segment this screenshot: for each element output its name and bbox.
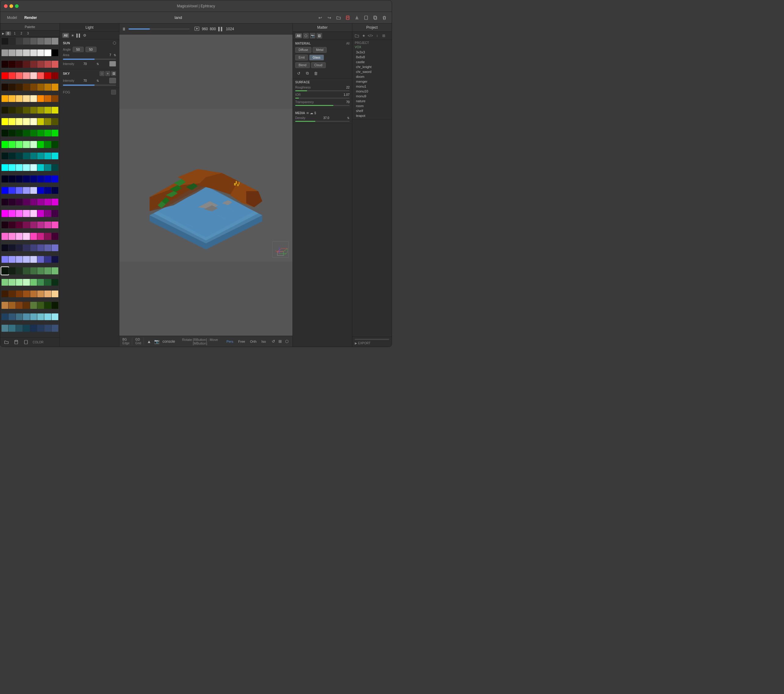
color-swatch[interactable] (37, 72, 44, 79)
media-icon-1[interactable]: ≋ (306, 111, 309, 115)
color-swatch[interactable] (30, 130, 37, 136)
color-swatch[interactable] (2, 118, 8, 125)
color-swatch[interactable] (37, 95, 44, 102)
color-swatch[interactable] (2, 130, 8, 136)
color-swatch[interactable] (44, 107, 51, 113)
color-swatch[interactable] (52, 61, 58, 67)
color-swatch[interactable] (2, 84, 8, 90)
color-swatch[interactable] (2, 302, 8, 309)
matter-photo-icon[interactable]: 🖼 (316, 33, 322, 38)
export-button[interactable] (353, 14, 361, 21)
color-swatch[interactable] (8, 95, 15, 102)
color-swatch[interactable] (23, 313, 30, 320)
color-swatch[interactable] (44, 222, 51, 228)
project-code-btn[interactable]: </> (367, 33, 373, 38)
color-swatch[interactable] (16, 118, 23, 125)
copy-button[interactable] (372, 14, 379, 21)
matter-all-btn[interactable]: All (295, 33, 302, 38)
color-swatch[interactable] (23, 72, 30, 79)
matter-camera-icon[interactable]: 📷 (310, 33, 315, 38)
ior-slider-track[interactable] (295, 98, 349, 99)
color-swatch[interactable] (16, 313, 23, 320)
color-swatch[interactable] (52, 95, 58, 102)
color-swatch[interactable] (44, 245, 51, 251)
color-swatch[interactable] (2, 233, 8, 240)
color-swatch[interactable] (2, 267, 8, 274)
color-swatch[interactable] (30, 313, 37, 320)
export-btn[interactable]: ▶ EXPORT (355, 342, 371, 345)
color-swatch[interactable] (30, 153, 37, 159)
color-swatch[interactable] (37, 164, 44, 171)
color-swatch[interactable] (44, 176, 51, 182)
sky-icon-img[interactable]: 🖼 (111, 71, 116, 76)
color-swatch[interactable] (8, 291, 15, 297)
palette-prev-arrow[interactable]: ▶ (2, 32, 4, 35)
pause-button[interactable]: ⏸ (122, 26, 126, 31)
matter-voxel-icon[interactable]: ⬡ (303, 33, 309, 38)
color-swatch[interactable] (23, 84, 30, 90)
save-red-button[interactable] (344, 14, 351, 21)
color-swatch[interactable] (2, 107, 8, 113)
color-swatch[interactable] (8, 130, 15, 136)
project-item-castle[interactable]: castle (355, 59, 389, 64)
color-swatch[interactable] (16, 107, 23, 113)
vox-label[interactable]: VOX (355, 46, 389, 49)
light-gear-icon[interactable]: ⚙ (83, 33, 86, 38)
project-item-monu1[interactable]: monu1 (355, 84, 389, 89)
project-folder-btn[interactable] (354, 33, 360, 38)
color-swatch[interactable] (37, 210, 44, 217)
color-swatch[interactable] (2, 141, 8, 148)
color-swatch[interactable] (2, 222, 8, 228)
color-swatch[interactable] (23, 291, 30, 297)
color-swatch[interactable] (30, 72, 37, 79)
color-swatch[interactable] (8, 245, 15, 251)
view-free-btn[interactable]: Free (237, 339, 247, 344)
color-swatch[interactable] (52, 233, 58, 240)
color-swatch[interactable] (44, 325, 51, 331)
project-item-chr_knight[interactable]: chr_knight (355, 64, 389, 69)
color-swatch[interactable] (30, 325, 37, 331)
material-copy-btn[interactable]: ⧉ (304, 70, 310, 77)
color-swatch[interactable] (52, 164, 58, 171)
color-swatch[interactable] (52, 49, 58, 56)
color-swatch[interactable] (30, 222, 37, 228)
color-swatch[interactable] (44, 118, 51, 125)
color-swatch[interactable] (16, 222, 23, 228)
density-slider-track[interactable] (295, 121, 349, 122)
color-swatch[interactable] (37, 107, 44, 113)
delete-button[interactable] (381, 14, 388, 21)
color-swatch[interactable] (37, 84, 44, 90)
color-swatch[interactable] (52, 72, 58, 79)
sun-color-box[interactable] (109, 61, 116, 67)
color-swatch[interactable] (23, 164, 30, 171)
color-swatch[interactable] (16, 210, 23, 217)
color-swatch[interactable] (44, 49, 51, 56)
color-swatch[interactable] (37, 302, 44, 309)
transparency-slider-track[interactable] (295, 105, 349, 106)
color-swatch[interactable] (52, 199, 58, 206)
light-sun-icon[interactable]: ☀ (71, 33, 74, 38)
palette-tab-0[interactable]: 0 (5, 31, 11, 35)
color-swatch[interactable] (52, 118, 58, 125)
material-all-btn[interactable]: All (346, 42, 349, 45)
color-swatch[interactable] (8, 176, 15, 182)
color-swatch[interactable] (44, 256, 51, 263)
color-swatch[interactable] (8, 61, 15, 67)
color-swatch[interactable] (23, 279, 30, 286)
color-swatch[interactable] (23, 153, 30, 159)
project-sort-btn[interactable]: ↕ (374, 33, 380, 38)
area-stepper[interactable]: ⇅ (114, 53, 116, 57)
color-swatch[interactable] (44, 313, 51, 320)
color-swatch[interactable] (23, 61, 30, 67)
sky-slider-track[interactable] (63, 84, 116, 86)
color-swatch[interactable] (52, 279, 58, 286)
color-swatch[interactable] (16, 325, 23, 331)
redo-button[interactable]: ↪ (326, 14, 333, 21)
material-delete-btn[interactable]: 🗑 (312, 70, 319, 77)
color-swatch[interactable] (8, 49, 15, 56)
palette-tab-3[interactable]: 3 (25, 31, 31, 35)
project-star-btn[interactable]: ★ (361, 33, 366, 38)
project-item-nature[interactable]: nature (355, 99, 389, 104)
view-orth-btn[interactable]: Orth (249, 339, 258, 344)
project-item-shelf[interactable]: shelf (355, 109, 389, 113)
